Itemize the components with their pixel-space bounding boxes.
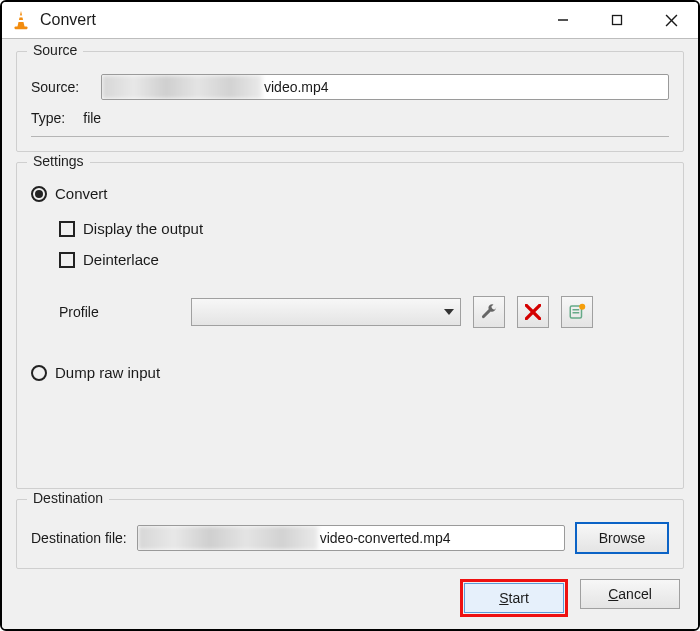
settings-group: Settings Convert Display the output Dein… (16, 162, 684, 489)
browse-button-label: Browse (599, 530, 646, 546)
redacted-path-segment (138, 526, 318, 550)
profile-label: Profile (59, 304, 179, 320)
vlc-cone-icon (10, 9, 32, 31)
titlebar: Convert (2, 2, 698, 39)
deinterlace-checkbox[interactable]: Deinterlace (59, 251, 669, 268)
close-button[interactable] (644, 2, 698, 38)
convert-radio-label: Convert (55, 185, 108, 202)
svg-rect-1 (19, 15, 24, 17)
settings-group-label: Settings (27, 153, 90, 169)
source-input[interactable]: video.mp4 (101, 74, 669, 100)
wrench-icon (480, 303, 498, 321)
minimize-button[interactable] (536, 2, 590, 38)
new-profile-button[interactable] (561, 296, 593, 328)
source-input-value: video.mp4 (262, 79, 335, 95)
destination-group: Destination Destination file: video-conv… (16, 499, 684, 569)
profile-row: Profile (59, 296, 669, 328)
delete-profile-button[interactable] (517, 296, 549, 328)
browse-button[interactable]: Browse (575, 522, 669, 554)
start-button[interactable]: Start (464, 583, 564, 613)
window-controls (536, 2, 698, 38)
source-row: Source: video.mp4 (31, 74, 669, 100)
cancel-button[interactable]: Cancel (580, 579, 680, 609)
type-value: file (83, 110, 101, 126)
chevron-down-icon (444, 304, 454, 320)
destination-input[interactable]: video-converted.mp4 (137, 525, 565, 551)
profile-dropdown[interactable] (191, 298, 461, 326)
dialog-button-row: Start Cancel (16, 579, 684, 617)
window-title: Convert (40, 11, 536, 29)
destination-input-value: video-converted.mp4 (318, 530, 457, 546)
convert-options: Display the output Deinterlace (31, 220, 669, 268)
type-label: Type: (31, 110, 65, 126)
radio-empty-icon (31, 365, 47, 381)
destination-row: Destination file: video-converted.mp4 Br… (31, 522, 669, 554)
source-group-label: Source (27, 42, 83, 58)
svg-point-14 (579, 304, 585, 310)
dump-raw-radio[interactable]: Dump raw input (31, 364, 669, 381)
svg-rect-2 (18, 20, 24, 22)
edit-profile-button[interactable] (473, 296, 505, 328)
svg-marker-8 (444, 309, 454, 315)
source-group: Source Source: video.mp4 Type: file (16, 51, 684, 152)
source-field-label: Source: (31, 79, 91, 95)
delete-x-icon (525, 304, 541, 320)
svg-rect-5 (613, 16, 622, 25)
destination-label: Destination file: (31, 530, 127, 546)
destination-group-label: Destination (27, 490, 109, 506)
start-button-highlight: Start (460, 579, 568, 617)
radio-selected-icon (31, 186, 47, 202)
new-profile-icon (568, 303, 586, 321)
deinterlace-label: Deinterlace (83, 251, 159, 268)
convert-dialog: Convert Source Source: video.mp4 (0, 0, 700, 631)
client-area: Source Source: video.mp4 Type: file Sett… (2, 39, 698, 629)
display-output-label: Display the output (83, 220, 203, 237)
checkbox-empty-icon (59, 221, 75, 237)
dump-raw-label: Dump raw input (55, 364, 160, 381)
start-button-label: Start (499, 590, 529, 606)
maximize-button[interactable] (590, 2, 644, 38)
display-output-checkbox[interactable]: Display the output (59, 220, 669, 237)
svg-marker-0 (17, 11, 24, 28)
cancel-button-label: Cancel (608, 586, 652, 602)
svg-rect-3 (15, 26, 28, 29)
type-row: Type: file (31, 110, 669, 137)
redacted-path-segment (102, 75, 262, 99)
convert-radio[interactable]: Convert (31, 185, 669, 202)
checkbox-empty-icon (59, 252, 75, 268)
